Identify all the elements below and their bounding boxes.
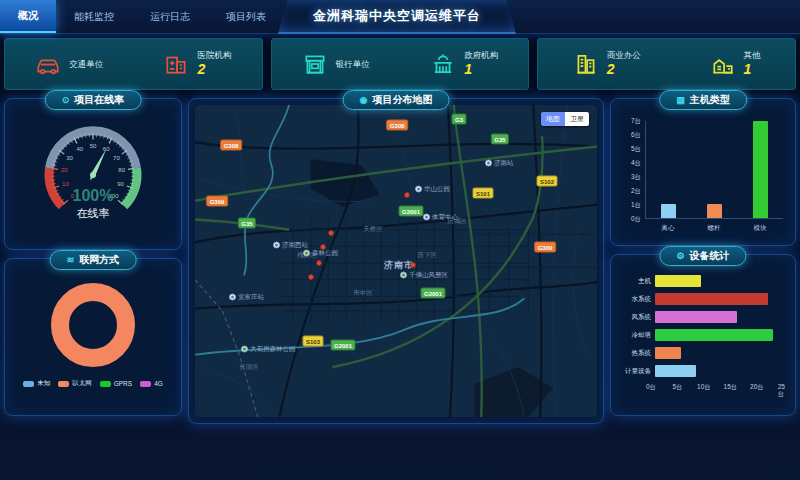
nav-tab-项目列表[interactable]: 项目列表 xyxy=(208,0,284,33)
poi-label: 党家庄站 xyxy=(238,293,264,302)
online-rate-gauge: 0102030405060708090100100%在线率 xyxy=(15,111,171,237)
monitor-icon: ▤ xyxy=(676,95,685,105)
stat-text: 其他1 xyxy=(744,50,761,78)
host-type-chart: 0台1台2台3台4台5台6台7台 离心螺杆模块 xyxy=(621,121,785,233)
map-poi-marker[interactable]: 体育中心 xyxy=(423,213,458,222)
car-icon xyxy=(35,51,61,77)
legend-swatch xyxy=(140,381,151,387)
link-icon: ⊙ xyxy=(62,95,70,105)
road-badge: G308 xyxy=(386,120,408,131)
nav-tab-运行日志[interactable]: 运行日志 xyxy=(132,0,208,33)
poi-label: 华山公园 xyxy=(424,185,450,194)
poi-label: 济南站 xyxy=(494,159,514,168)
app-title-box: 金洲科瑞中央空调运维平台 xyxy=(278,0,516,34)
stat-label: 银行单位 xyxy=(336,59,370,70)
svg-text:20: 20 xyxy=(61,167,68,173)
map-poi-marker[interactable]: 千佛山风景区 xyxy=(400,271,448,280)
gauge-value: 100% xyxy=(73,187,114,204)
project-dot-marker[interactable] xyxy=(328,230,334,236)
device-bar-track xyxy=(655,293,783,305)
project-dot-marker[interactable] xyxy=(316,260,322,266)
svg-text:80: 80 xyxy=(118,167,125,173)
device-bar[interactable] xyxy=(655,347,681,359)
y-tick-label: 7台 xyxy=(631,117,641,126)
bar-模块[interactable] xyxy=(753,121,768,218)
nav-tab-能耗监控[interactable]: 能耗监控 xyxy=(56,0,132,33)
device-row-水系统: 水系统 xyxy=(619,293,783,305)
map-poi-marker[interactable]: 大石房森林公园 xyxy=(241,345,296,354)
poi-icon xyxy=(400,272,407,279)
map-poi-marker[interactable]: 党家庄站 xyxy=(229,293,264,302)
stat-label: 其他 xyxy=(744,50,761,61)
stat-value: 1 xyxy=(464,61,498,79)
navbar: 概况能耗监控运行日志项目列表视频监控 金洲科瑞中央空调运维平台 xyxy=(0,0,800,34)
bar-离心[interactable] xyxy=(661,204,676,218)
legend-item-4G: 4G xyxy=(140,379,163,388)
device-category-label: 主机 xyxy=(619,277,655,286)
network-type-header: ≋ 联网方式 xyxy=(50,250,137,270)
host-type-panel: ▤ 主机类型 0台1台2台3台4台5台6台7台 离心螺杆模块 xyxy=(610,98,796,246)
gauge-label: 在线率 xyxy=(77,207,110,219)
map-toggle-地图[interactable]: 地图 xyxy=(541,112,565,126)
nav-tab-概况[interactable]: 概况 xyxy=(0,0,56,33)
y-tick-label: 0台 xyxy=(631,215,641,224)
x-tick-label: 螺杆 xyxy=(708,224,721,233)
road-badge: S102 xyxy=(536,176,557,187)
map-poi-marker[interactable]: 华山公园 xyxy=(415,185,450,194)
road-badge: G2001 xyxy=(420,288,445,299)
project-dot-marker[interactable] xyxy=(404,192,410,198)
x-tick-label: 模块 xyxy=(754,224,767,233)
poi-icon xyxy=(303,250,310,257)
x-tick-label: 0台 xyxy=(646,383,656,392)
stat-value: 2 xyxy=(197,61,231,79)
road-badge: S103 xyxy=(302,336,323,347)
device-stats-panel: ⚙ 设备统计 主机水系统风系统冷却塔热系统计量设备 0台5台10台15台20台2… xyxy=(610,254,796,416)
stat-cards-row: 交通单位医院机构2银行单位政府机构1商业办公2其他1 xyxy=(0,34,800,90)
project-dot-marker[interactable] xyxy=(308,274,314,280)
device-bar[interactable] xyxy=(655,311,737,323)
legend-item-未知: 未知 xyxy=(23,379,50,388)
device-row-热系统: 热系统 xyxy=(619,347,783,359)
x-tick-label: 10台 xyxy=(697,383,711,392)
y-tick-label: 1台 xyxy=(631,201,641,210)
device-bar[interactable] xyxy=(655,365,696,377)
device-bar[interactable] xyxy=(655,293,768,305)
road-badge: G2001 xyxy=(330,340,355,351)
legend-label: 4G xyxy=(154,380,163,387)
device-row-冷却塔: 冷却塔 xyxy=(619,329,783,341)
map-canvas[interactable]: 地图卫星 济南市天桥区历城区历下区槐荫区市中区长清区G308G308G309G3… xyxy=(195,105,597,417)
map-panel: ◉ 项目分布地图 xyxy=(188,98,604,424)
map-poi-marker[interactable]: 森林公园 xyxy=(303,249,338,258)
network-donut-chart xyxy=(18,273,168,377)
map-district-label: 市中区 xyxy=(353,289,373,298)
host-type-title: 主机类型 xyxy=(690,93,730,107)
poi-icon xyxy=(423,214,430,221)
device-bar[interactable] xyxy=(655,275,701,287)
map-toggle-卫星[interactable]: 卫星 xyxy=(565,112,589,126)
device-bar-track xyxy=(655,275,783,287)
poi-icon xyxy=(241,346,248,353)
device-stats-header: ⚙ 设备统计 xyxy=(659,246,746,266)
road-badge: G309 xyxy=(534,242,556,253)
device-bar[interactable] xyxy=(655,329,773,341)
stat-item-政府机构: 政府机构1 xyxy=(430,50,498,78)
svg-text:50: 50 xyxy=(90,143,97,149)
bar-螺杆[interactable] xyxy=(707,204,722,218)
road-badge: G35 xyxy=(238,218,256,229)
map-poi-marker[interactable]: 济南站 xyxy=(485,159,514,168)
y-tick-label: 4台 xyxy=(631,159,641,168)
project-dot-marker[interactable] xyxy=(320,244,326,250)
stat-text: 政府机构1 xyxy=(464,50,498,78)
svg-text:60: 60 xyxy=(103,146,110,152)
device-row-风系统: 风系统 xyxy=(619,311,783,323)
poi-icon xyxy=(485,160,492,167)
stat-label: 政府机构 xyxy=(464,50,498,61)
legend-swatch xyxy=(58,381,69,387)
device-category-label: 热系统 xyxy=(619,349,655,358)
stat-item-医院机构: 医院机构2 xyxy=(163,50,231,78)
left-column: ⊙ 项目在线率 0102030405060708090100100%在线率 ≋ … xyxy=(4,98,182,416)
stat-item-银行单位: 银行单位 xyxy=(302,51,370,77)
device-stats-chart: 主机水系统风系统冷却塔热系统计量设备 xyxy=(619,275,783,377)
stat-card: 交通单位医院机构2 xyxy=(4,38,263,90)
project-dot-marker[interactable] xyxy=(410,262,416,268)
